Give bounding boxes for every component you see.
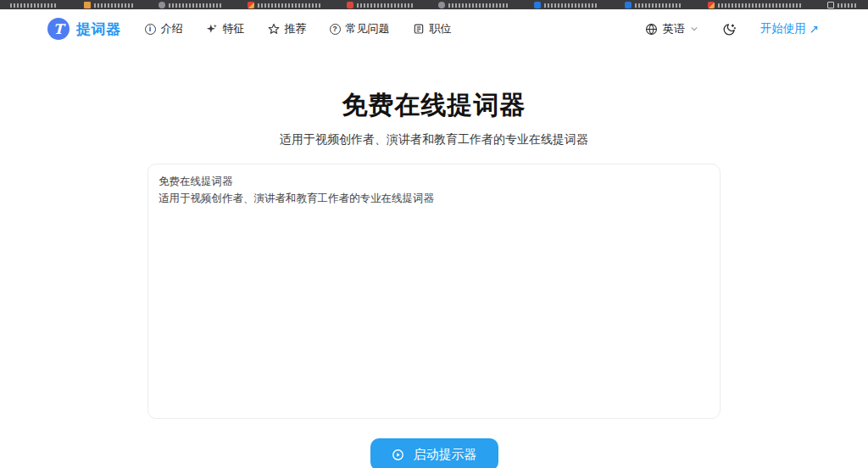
nav-item-features[interactable]: 特征 [206, 21, 245, 36]
bookmark-favicon [534, 2, 541, 8]
bookmark-item[interactable] [10, 0, 58, 9]
bookmark-favicon [708, 2, 715, 8]
nav-label: 特征 [223, 21, 245, 36]
nav-item-jobs[interactable]: 职位 [413, 21, 452, 36]
bookmark-item[interactable] [84, 0, 133, 9]
bookmark-favicon [84, 2, 91, 8]
bookmark-favicon [248, 2, 254, 8]
site-header: T 提词器 i 介绍 特征 推荐 ? 常见问题 [0, 9, 868, 48]
question-icon: ? [330, 24, 341, 35]
nav-label: 推荐 [285, 21, 307, 36]
bookmark-item[interactable] [248, 0, 320, 9]
get-started-link[interactable]: 开始使用 ↗ [760, 21, 819, 36]
script-editor[interactable]: 免费在线提词器 适用于视频创作者、演讲者和教育工作者的专业在线提词器 [147, 164, 721, 419]
logo-text: 提词器 [76, 20, 121, 39]
hero-section: 免费在线提词器 适用于视频创作者、演讲者和教育工作者的专业在线提词器 免费在线提… [0, 88, 868, 468]
nav-item-intro[interactable]: i 介绍 [145, 21, 183, 36]
bookmark-label-truncated [718, 3, 801, 8]
bookmark-favicon [438, 2, 445, 8]
chevron-down-icon [690, 25, 698, 33]
nav-item-recommend[interactable]: 推荐 [268, 21, 307, 36]
dark-mode-toggle[interactable] [722, 22, 737, 36]
bookmark-label-truncated [448, 3, 508, 8]
document-icon [413, 23, 425, 35]
browser-bookmarks-bar [0, 0, 868, 9]
nav-label: 介绍 [161, 21, 183, 36]
page-title: 免费在线提词器 [0, 88, 868, 123]
logo[interactable]: T 提词器 [47, 18, 121, 40]
launch-prompter-button[interactable]: 启动提示器 [370, 438, 498, 468]
language-selector[interactable]: 英语 [645, 21, 698, 36]
bookmark-label-truncated [544, 3, 598, 8]
main-nav: i 介绍 特征 推荐 ? 常见问题 职 [145, 21, 452, 36]
get-started-label: 开始使用 [760, 21, 806, 36]
play-circle-icon [392, 448, 404, 461]
page-subtitle: 适用于视频创作者、演讲者和教育工作者的专业在线提词器 [0, 132, 868, 148]
bookmark-label-truncated [169, 3, 221, 8]
bookmark-label-truncated [258, 3, 320, 8]
bookmark-item[interactable] [159, 0, 221, 9]
bookmark-favicon [827, 2, 834, 8]
globe-icon [645, 23, 658, 36]
bookmark-label-truncated [94, 3, 133, 8]
nav-label: 职位 [430, 21, 452, 36]
moon-icon [722, 22, 737, 36]
bookmark-item[interactable] [347, 0, 413, 9]
bookmark-favicon [347, 2, 353, 8]
star-icon [268, 23, 280, 35]
bookmark-favicon [159, 2, 165, 8]
bookmark-item[interactable] [625, 0, 682, 9]
bookmark-label-truncated [10, 3, 58, 8]
language-label: 英语 [663, 21, 685, 36]
nav-item-faq[interactable]: ? 常见问题 [330, 21, 390, 36]
bookmark-item[interactable] [438, 0, 508, 9]
bookmark-item[interactable] [534, 0, 598, 9]
external-arrow-icon: ↗ [810, 22, 819, 36]
info-icon: i [145, 24, 156, 35]
bookmark-label-truncated [357, 3, 413, 8]
bookmark-favicon [625, 2, 632, 8]
bookmark-label-truncated [837, 3, 858, 8]
bookmark-label-truncated [635, 3, 682, 8]
bookmark-item[interactable] [708, 0, 801, 9]
nav-label: 常见问题 [346, 21, 390, 36]
bookmark-item[interactable] [827, 0, 858, 9]
logo-t-icon: T [47, 18, 70, 40]
sparkles-icon [206, 23, 218, 35]
launch-prompter-label: 启动提示器 [414, 447, 477, 463]
